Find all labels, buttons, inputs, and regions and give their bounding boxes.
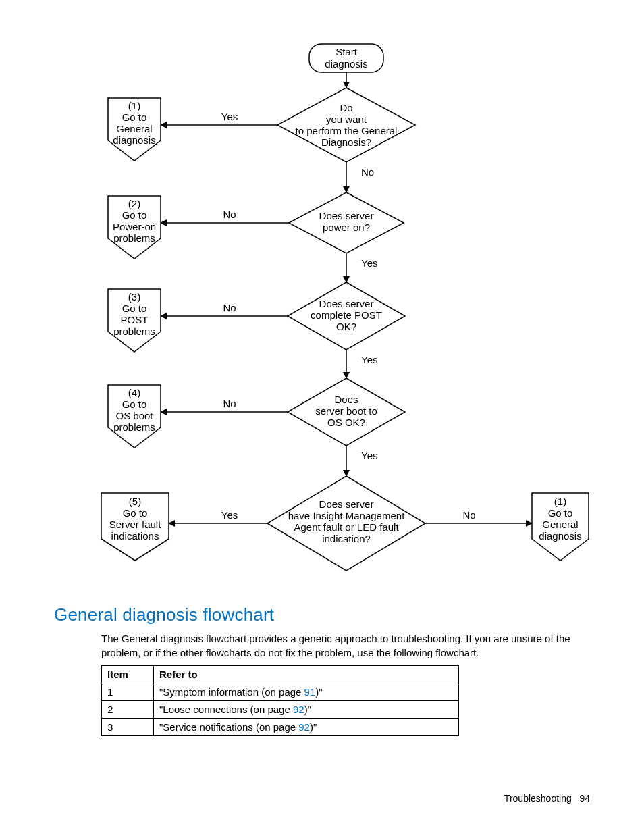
svg-text:(4): (4) — [128, 387, 140, 398]
svg-text:server boot to: server boot to — [315, 405, 377, 417]
flowchart-diagram: Start diagnosis Do you want to perform t… — [95, 41, 608, 588]
intro-line-2: problem, or if the other flowcharts do n… — [101, 647, 479, 658]
section-heading: General diagnosis flowchart — [54, 604, 274, 625]
svg-text:(1): (1) — [554, 496, 566, 507]
footer-section: Troubleshooting — [504, 793, 572, 804]
svg-text:OS boot: OS boot — [115, 410, 153, 421]
svg-text:General: General — [542, 519, 578, 530]
page-footer: Troubleshooting 94 — [504, 793, 590, 804]
label-yes-4: Yes — [361, 450, 377, 461]
label-yes-1: Yes — [221, 111, 238, 122]
label-no-1: No — [361, 166, 374, 178]
label-yes-5: Yes — [221, 509, 238, 521]
svg-text:indication?: indication? — [322, 533, 371, 544]
page-link[interactable]: 92 — [298, 721, 310, 733]
cell-item: 2 — [102, 701, 154, 719]
intro-line-1: The General diagnosis flowchart provides… — [101, 633, 570, 644]
intro-paragraph: The General diagnosis flowchart provides… — [101, 631, 587, 660]
svg-text:Agent fault or LED fault: Agent fault or LED fault — [294, 521, 399, 533]
svg-text:Go to: Go to — [122, 303, 147, 314]
svg-text:Server fault: Server fault — [109, 519, 162, 530]
start-line1: Start — [336, 46, 358, 57]
cell-refer: "Service notifications (on page 92)" — [154, 719, 459, 736]
cell-item: 3 — [102, 719, 154, 736]
svg-text:OK?: OK? — [336, 321, 356, 332]
svg-text:Does server: Does server — [319, 298, 374, 309]
svg-text:problems: problems — [113, 232, 155, 244]
cell-refer: "Loose connections (on page 92)" — [154, 701, 459, 719]
cell-refer: "Symptom information (on page 91)" — [154, 683, 459, 701]
svg-text:(2): (2) — [128, 198, 140, 209]
reference-table: Item Refer to 1 "Symptom information (on… — [101, 665, 459, 736]
svg-text:Does: Does — [334, 394, 358, 405]
svg-text:Go to: Go to — [122, 111, 147, 123]
svg-text:diagnosis: diagnosis — [539, 530, 581, 542]
svg-text:complete POST: complete POST — [311, 309, 382, 321]
svg-text:power on?: power on? — [323, 221, 370, 233]
svg-text:you want: you want — [326, 113, 367, 125]
table-row: 3 "Service notifications (on page 92)" — [102, 719, 459, 736]
svg-text:Diagnosis?: Diagnosis? — [321, 136, 371, 148]
svg-text:indications: indications — [111, 530, 159, 542]
header-item: Item — [102, 666, 154, 683]
svg-text:POST: POST — [121, 314, 149, 325]
label-no-2: No — [223, 209, 236, 220]
svg-text:Go to: Go to — [122, 398, 147, 410]
svg-text:General: General — [116, 123, 152, 134]
footer-page-number: 94 — [579, 793, 590, 804]
svg-text:OS OK?: OS OK? — [327, 417, 365, 428]
start-line2: diagnosis — [325, 58, 367, 70]
label-no-4: No — [223, 398, 236, 409]
svg-text:problems: problems — [113, 421, 155, 433]
table-row: 2 "Loose connections (on page 92)" — [102, 701, 459, 719]
svg-text:Power-on: Power-on — [113, 221, 156, 232]
svg-text:Go to: Go to — [123, 507, 148, 519]
svg-text:(1): (1) — [128, 100, 140, 111]
header-refer: Refer to — [154, 666, 459, 683]
svg-text:(3): (3) — [128, 291, 140, 303]
table-header-row: Item Refer to — [102, 666, 459, 683]
label-no-3: No — [223, 302, 236, 313]
cell-item: 1 — [102, 683, 154, 701]
svg-text:Go to: Go to — [548, 507, 573, 519]
svg-text:Does server: Does server — [319, 210, 374, 221]
label-yes-2: Yes — [361, 257, 377, 269]
label-yes-3: Yes — [361, 354, 377, 365]
page-link[interactable]: 91 — [304, 686, 316, 698]
svg-text:have Insight Management: have Insight Management — [288, 510, 405, 521]
svg-text:(5): (5) — [129, 496, 141, 507]
page-link[interactable]: 92 — [293, 704, 304, 715]
svg-text:problems: problems — [113, 325, 155, 337]
svg-text:diagnosis: diagnosis — [113, 134, 155, 146]
table-row: 1 "Symptom information (on page 91)" — [102, 683, 459, 701]
svg-text:to perform the General: to perform the General — [296, 125, 398, 136]
svg-text:Does server: Does server — [319, 498, 374, 510]
svg-text:Do: Do — [340, 102, 352, 113]
svg-text:Go to: Go to — [122, 209, 147, 221]
label-no-5: No — [462, 509, 475, 521]
document-page: Start diagnosis Do you want to perform t… — [0, 0, 644, 834]
